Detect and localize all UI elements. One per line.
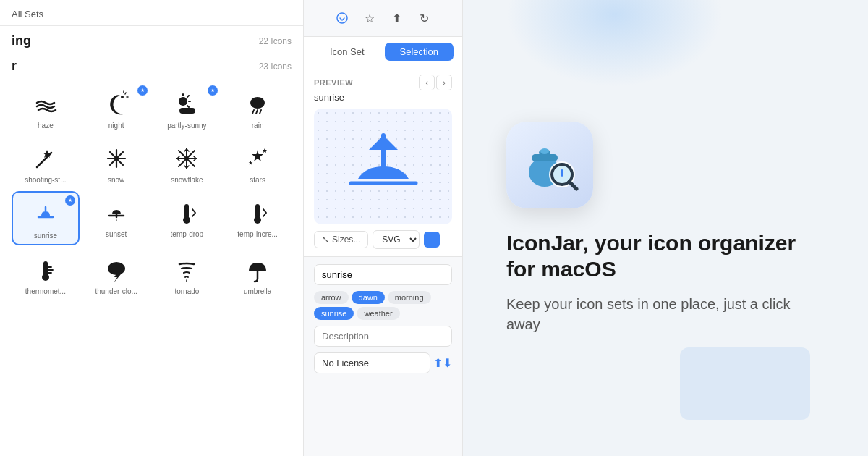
- tag-chip-dawn[interactable]: dawn: [352, 291, 385, 304]
- svg-rect-2: [179, 108, 195, 114]
- share-button[interactable]: ⬆: [386, 7, 408, 29]
- app-icon-svg: [517, 132, 582, 198]
- icon-label-thermomet: thermomet...: [25, 287, 66, 295]
- icon-item-sunrise[interactable]: sunrise: [12, 191, 80, 245]
- svg-point-9: [254, 216, 261, 224]
- icon-item-thunder-cloud[interactable]: thunder-clo...: [82, 248, 150, 300]
- icon-item-rain[interactable]: rain: [224, 83, 292, 134]
- tag-chip-weather[interactable]: weather: [357, 307, 399, 320]
- icon-label-temp-drop: temp-drop: [171, 230, 204, 238]
- preview-section: Preview ‹ › sunrise ⤡ Sizes...: [304, 67, 462, 257]
- svg-point-14: [337, 13, 347, 23]
- detail-panel: ☆ ⬆ ↻ Icon Set Selection Preview ‹ › sun…: [304, 0, 463, 456]
- license-chevron-icon: ⬆⬇: [433, 356, 452, 370]
- preview-next-button[interactable]: ›: [436, 75, 452, 90]
- svg-point-13: [109, 268, 113, 272]
- refresh-button[interactable]: ↻: [414, 7, 435, 29]
- icon-item-temp-drop[interactable]: temp-drop: [153, 191, 221, 245]
- icon-library-panel: All Sets ing 22 Icons r 23 Icons haze: [0, 0, 304, 456]
- icons-grid: haze night partly-sunny: [0, 77, 303, 305]
- icon-item-sunset[interactable]: sunset: [82, 191, 150, 245]
- app-title: IconJar, your icon organizer for macOS: [506, 230, 825, 282]
- tab-icon-set[interactable]: Icon Set: [312, 43, 382, 61]
- svg-point-0: [121, 96, 124, 98]
- icon-label-stars: stars: [250, 176, 265, 184]
- app-subtitle: Keep your icon sets in one place, just a…: [506, 294, 825, 334]
- icon-item-temp-incr[interactable]: temp-incre...: [224, 191, 292, 245]
- icon-item-haze[interactable]: haze: [12, 83, 80, 134]
- badge-sunrise: [65, 195, 75, 206]
- icon-item-thermomet[interactable]: thermomet...: [12, 248, 80, 300]
- section-title-2: r: [12, 59, 17, 74]
- section-header-2: r 23 Icons: [0, 51, 303, 77]
- icon-label-snowflake: snowflake: [171, 176, 203, 184]
- all-sets-button[interactable]: All Sets: [12, 9, 43, 20]
- icon-label-haze: haze: [38, 122, 54, 130]
- library-header: All Sets: [0, 0, 303, 26]
- detail-toolbar: ☆ ⬆ ↻: [304, 0, 462, 37]
- svg-point-1: [179, 97, 187, 106]
- preview-icon-svg: [344, 127, 423, 206]
- tag-chip-morning[interactable]: morning: [388, 291, 431, 304]
- icon-label-temp-incr: temp-incre...: [237, 230, 278, 238]
- dropdown-button[interactable]: [331, 7, 353, 29]
- marketing-panel: IconJar, your icon organizer for macOS K…: [463, 0, 868, 456]
- svg-point-11: [42, 274, 49, 281]
- icon-label-sunrise: sunrise: [34, 232, 57, 240]
- icon-item-snowflake[interactable]: snowflake: [153, 137, 221, 188]
- format-select[interactable]: SVG PNG PDF: [373, 230, 420, 249]
- description-input[interactable]: [314, 326, 452, 347]
- app-icon-wrapper: [506, 122, 825, 208]
- tag-chip-sunrise[interactable]: sunrise: [314, 307, 354, 320]
- meta-section: arrow dawn morning sunrise weather No Li…: [304, 257, 462, 456]
- svg-point-5: [114, 157, 118, 161]
- icon-item-stars[interactable]: stars: [224, 137, 292, 188]
- tab-selection[interactable]: Selection: [385, 43, 454, 61]
- preview-navigation: ‹ ›: [419, 75, 452, 90]
- icon-label-sunset: sunset: [106, 230, 127, 238]
- section-count-2: 23 Icons: [259, 62, 292, 72]
- icon-label-shooting-star: shooting-st...: [25, 176, 66, 184]
- icon-item-partly-sunny[interactable]: partly-sunny: [153, 83, 221, 134]
- license-select-wrapper: No License MIT Apache 2.0 ⬆⬇: [314, 352, 452, 373]
- badge-night: [137, 85, 148, 96]
- icon-item-shooting-star[interactable]: shooting-st...: [12, 137, 80, 188]
- color-swatch-button[interactable]: [424, 232, 440, 248]
- icon-label-rain: rain: [252, 122, 264, 130]
- license-select[interactable]: No License MIT Apache 2.0: [314, 352, 430, 373]
- resize-icon: ⤡: [322, 235, 329, 245]
- preview-label: Preview ‹ ›: [314, 75, 452, 90]
- preview-canvas: [314, 109, 452, 224]
- section-header-1: ing 22 Icons: [0, 26, 303, 51]
- tags-area: arrow dawn morning sunrise weather: [314, 291, 452, 320]
- format-bar: ⤡ Sizes... SVG PNG PDF: [314, 230, 452, 249]
- svg-point-4: [251, 103, 254, 106]
- icon-label-partly-sunny: partly-sunny: [167, 122, 206, 130]
- icon-label-tornado: tornado: [174, 287, 199, 295]
- svg-point-18: [540, 148, 549, 154]
- svg-point-7: [183, 216, 190, 224]
- icon-item-tornado[interactable]: tornado: [153, 248, 221, 300]
- tag-input[interactable]: [314, 264, 452, 285]
- icon-label-snow: snow: [108, 176, 124, 184]
- section-count-1: 22 Icons: [259, 36, 292, 46]
- icon-label-umbrella: umbrella: [244, 287, 271, 295]
- icon-label-thunder-cloud: thunder-clo...: [95, 287, 137, 295]
- sizes-button[interactable]: ⤡ Sizes...: [314, 231, 368, 248]
- preview-icon-name: sunrise: [314, 92, 452, 103]
- favorite-button[interactable]: ☆: [359, 7, 380, 29]
- tag-chip-arrow[interactable]: arrow: [314, 291, 349, 304]
- preview-prev-button[interactable]: ‹: [419, 75, 435, 90]
- app-icon: [506, 122, 593, 208]
- tab-bar: Icon Set Selection: [304, 37, 462, 67]
- icon-item-umbrella[interactable]: umbrella: [224, 248, 292, 300]
- icon-item-snow[interactable]: snow: [82, 137, 150, 188]
- section-title-1: ing: [12, 33, 31, 48]
- icon-label-night: night: [109, 122, 124, 130]
- badge-partly-sunny: [208, 85, 218, 96]
- icon-item-night[interactable]: night: [82, 83, 150, 134]
